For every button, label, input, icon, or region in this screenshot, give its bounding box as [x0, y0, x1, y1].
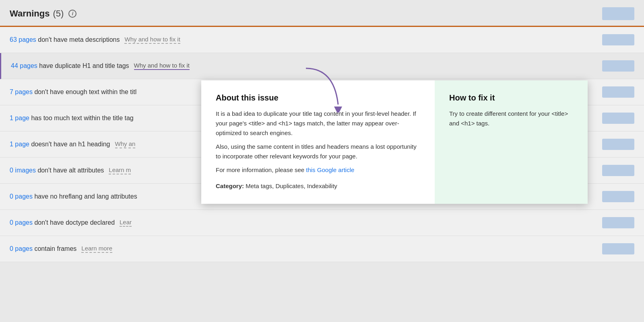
popup-category: Category: Meta tags, Duplicates, Indexab…	[216, 181, 420, 191]
row-hreflang-label: 0 pages have no hreflang and lang attrib…	[10, 193, 137, 200]
category-value: Meta tags, Duplicates, Indexability	[246, 183, 337, 189]
row-hreflang-button[interactable]	[602, 191, 634, 202]
learn-more-frames[interactable]: Learn more	[81, 245, 112, 253]
popup-about-link-text: For more information, please see this Go…	[216, 165, 420, 175]
row-doctype-label: 0 pages don't have doctype declared	[10, 219, 115, 226]
row-hreflang-link[interactable]: 0 pages	[10, 193, 33, 200]
popup-right-panel: How to fix it Try to create different co…	[435, 80, 588, 204]
row-no-h1-button[interactable]	[602, 139, 634, 150]
category-label: Category:	[216, 183, 244, 189]
row-doctype-button[interactable]	[602, 217, 634, 228]
row-frames-button[interactable]	[602, 243, 634, 254]
row-no-h1-link[interactable]: 1 page	[10, 141, 29, 148]
why-fix-meta-desc[interactable]: Why and how to fix it	[124, 36, 180, 44]
row-frames-label: 0 pages contain frames	[10, 245, 76, 252]
why-fix-no-h1[interactable]: Why an	[115, 140, 136, 148]
row-not-enough-text-link[interactable]: 7 pages	[10, 88, 33, 95]
row-meta-desc: 63 pages don't have meta descriptions Wh…	[0, 27, 644, 53]
popup-left-panel: About this issue It is a bad idea to dup…	[201, 80, 435, 204]
row-no-alt-link[interactable]: 0 images	[10, 167, 36, 174]
row-meta-desc-button[interactable]	[602, 34, 634, 45]
row-doctype: 0 pages don't have doctype declared Lear	[0, 210, 644, 236]
header-bar: Warnings (5) i	[0, 0, 644, 27]
row-frames-link[interactable]: 0 pages	[10, 245, 33, 252]
row-doctype-link[interactable]: 0 pages	[10, 219, 33, 226]
row-too-much-text-button[interactable]	[602, 113, 634, 124]
google-article-link[interactable]: this Google article	[306, 166, 354, 173]
main-container: Warnings (5) i 63 pages don't have meta …	[0, 0, 644, 322]
why-fix-doctype[interactable]: Lear	[120, 219, 132, 227]
popup-howtofix-title: How to fix it	[449, 93, 573, 103]
row-meta-desc-link[interactable]: 63 pages	[10, 36, 36, 43]
why-fix-duplicate-h1[interactable]: Why and how to fix it	[134, 62, 190, 70]
warnings-label: Warnings	[10, 8, 50, 19]
warnings-count: (5)	[53, 8, 64, 19]
row-frames: 0 pages contain frames Learn more	[0, 236, 644, 262]
popup-overlay: About this issue It is a bad idea to dup…	[201, 80, 588, 204]
row-not-enough-text-label: 7 pages don't have enough text within th…	[10, 88, 136, 96]
row-not-enough-text-button[interactable]	[602, 86, 634, 98]
row-no-h1-label: 1 page doesn't have an h1 heading	[10, 141, 110, 148]
row-meta-desc-text: 63 pages don't have meta descriptions	[10, 36, 120, 43]
popup-about-title: About this issue	[216, 93, 420, 103]
row-no-alt-label: 0 images don't have alt attributes	[10, 167, 104, 174]
row-duplicate-h1-link[interactable]: 44 pages	[11, 62, 37, 69]
popup-howtofix-text: Try to create different content for your…	[449, 109, 573, 128]
why-fix-no-alt[interactable]: Learn m	[109, 166, 131, 174]
row-duplicate-h1-text: 44 pages have duplicate H1 and title tag…	[11, 62, 129, 70]
popup-about-para2: Also, using the same content in titles a…	[216, 142, 420, 161]
popup-about-para1: It is a bad idea to duplicate your title…	[216, 109, 420, 138]
row-too-much-text-link[interactable]: 1 page	[10, 115, 29, 121]
row-no-alt-button[interactable]	[602, 165, 634, 176]
header-export-button[interactable]	[602, 7, 634, 20]
row-duplicate-h1: 44 pages have duplicate H1 and title tag…	[0, 53, 644, 79]
header-title: Warnings (5) i	[10, 8, 76, 19]
row-too-much-text-label: 1 page has too much text within the titl…	[10, 115, 134, 122]
row-duplicate-h1-button[interactable]	[602, 60, 634, 72]
info-icon[interactable]: i	[68, 10, 76, 18]
